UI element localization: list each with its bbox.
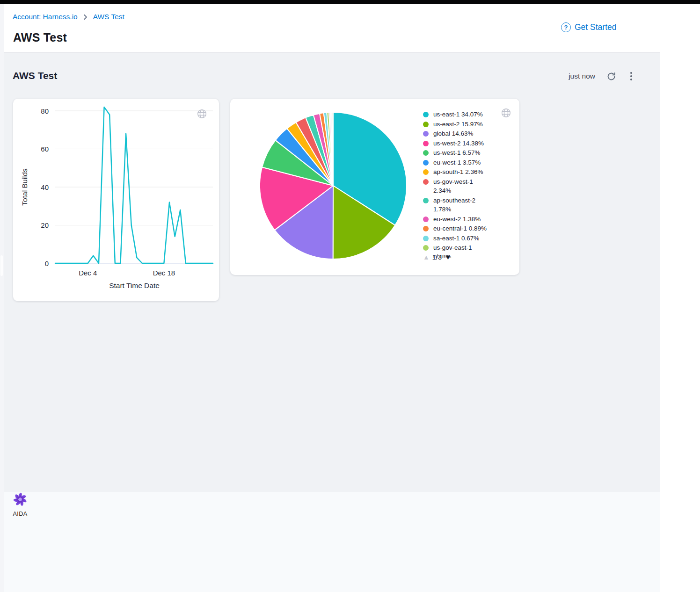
legend-item-us-west-1[interactable]: us-west-1 6.57% [423, 148, 505, 158]
legend-label: sa-east-1 0.67% [433, 234, 490, 243]
legend-page-down-icon[interactable]: ▼ [445, 253, 452, 261]
legend-item-us-east-1[interactable]: us-east-1 34.07% [423, 110, 505, 119]
legend-item-ap-southeast-2[interactable]: ap-southeast-2 1.78% [423, 196, 505, 214]
total-builds-line-chart: Total Builds Start Time Date 020406080De… [13, 99, 219, 301]
y-tick-label: 0 [45, 260, 49, 267]
aida-flower-icon [13, 492, 28, 509]
legend-color-dot [423, 179, 429, 185]
legend-color-dot [423, 169, 429, 175]
x-tick-label: Dec 4 [79, 269, 97, 277]
legend-label: us-west-2 14.38% [433, 139, 490, 148]
aida-label: AIDA [0, 511, 40, 517]
dashboard-title: AWS Test [13, 70, 57, 81]
y-tick-label: 80 [41, 107, 49, 115]
chevron-right-icon [82, 14, 89, 21]
breadcrumb: Account: Harness.io AWS Test [13, 13, 124, 21]
page-header: Account: Harness.io AWS Test AWS Test ? … [4, 4, 700, 52]
legend-color-dot [423, 112, 429, 117]
legend-pagination: ▲ 1/3 ▼ [423, 253, 452, 261]
dashboard-menu-button[interactable] [627, 71, 635, 81]
legend-color-dot [423, 236, 429, 241]
legend-label: us-east-2 15.97% [433, 120, 490, 129]
total-builds-chart-card: Total Builds Start Time Date 020406080De… [13, 99, 219, 301]
legend-color-dot [423, 122, 429, 127]
y-tick-label: 20 [41, 221, 49, 229]
legend-label: ap-southeast-2 1.78% [433, 196, 490, 214]
globe-timezone-icon [197, 108, 207, 121]
legend-item-eu-west-1[interactable]: eu-west-1 3.57% [423, 158, 505, 167]
right-margin-panel [660, 53, 700, 592]
regions-pie-chart-card: us-east-1 34.07%us-east-2 15.97%global 1… [230, 99, 519, 275]
legend-label: ap-south-1 2.36% [433, 167, 490, 177]
get-started-label: Get Started [575, 22, 617, 32]
legend-color-dot [423, 150, 429, 156]
last-refreshed-text: just now [569, 72, 595, 80]
harness-dashboard-page: Account: Harness.io AWS Test AWS Test ? … [0, 0, 700, 592]
window-top-bar [0, 0, 700, 4]
x-axis-title: Start Time Date [109, 282, 160, 289]
aida-widget[interactable]: AIDA [0, 492, 40, 517]
y-tick-label: 40 [41, 183, 49, 191]
legend-item-eu-central-1[interactable]: eu-central-1 0.89% [423, 224, 505, 233]
legend-color-dot [423, 226, 429, 231]
x-tick-label: Dec 18 [153, 269, 175, 277]
legend-page-up-icon[interactable]: ▲ [423, 253, 430, 261]
legend-label: eu-central-1 0.89% [433, 224, 490, 233]
breadcrumb-current-link[interactable]: AWS Test [93, 13, 124, 21]
legend-item-global[interactable]: global 14.63% [423, 129, 505, 138]
legend-item-ap-south-1[interactable]: ap-south-1 2.36% [423, 167, 505, 177]
dashboard-canvas-lower [4, 492, 660, 592]
regions-pie-chart [230, 99, 417, 275]
kebab-icon [627, 71, 635, 81]
legend-color-dot [423, 217, 429, 222]
pie-legend: us-east-1 34.07%us-east-2 15.97%global 1… [423, 110, 505, 258]
legend-item-eu-west-2[interactable]: eu-west-2 1.38% [423, 215, 505, 224]
legend-item-us-gov-west-1[interactable]: us-gov-west-1 2.34% [423, 177, 505, 195]
legend-label: eu-west-2 1.38% [433, 215, 490, 224]
refresh-button[interactable] [606, 72, 616, 81]
legend-item-us-east-2[interactable]: us-east-2 15.97% [423, 120, 505, 129]
dashboard-controls: just now [569, 71, 635, 81]
breadcrumb-account-link[interactable]: Account: Harness.io [13, 13, 78, 21]
legend-item-us-west-2[interactable]: us-west-2 14.38% [423, 139, 505, 148]
legend-label: us-gov-west-1 2.34% [433, 177, 490, 195]
total-builds-series-line [55, 107, 213, 263]
legend-label: us-east-1 34.07% [433, 110, 490, 119]
legend-color-dot [423, 245, 429, 251]
help-question-icon: ? [561, 22, 571, 32]
legend-label: global 14.63% [433, 129, 490, 138]
legend-label: us-west-1 6.57% [433, 148, 490, 158]
legend-color-dot [423, 141, 429, 146]
get-started-button[interactable]: ? Get Started [561, 22, 617, 32]
left-scrollbar-thumb[interactable] [0, 255, 3, 276]
legend-color-dot [423, 160, 429, 166]
y-tick-label: 60 [41, 145, 49, 153]
legend-color-dot [423, 198, 429, 203]
legend-label: eu-west-1 3.57% [433, 158, 490, 167]
legend-page-count: 1/3 [432, 253, 442, 261]
y-axis-title: Total Builds [21, 168, 29, 206]
legend-color-dot [423, 131, 429, 137]
page-title: AWS Test [13, 31, 67, 44]
legend-item-sa-east-1[interactable]: sa-east-1 0.67% [423, 234, 505, 243]
